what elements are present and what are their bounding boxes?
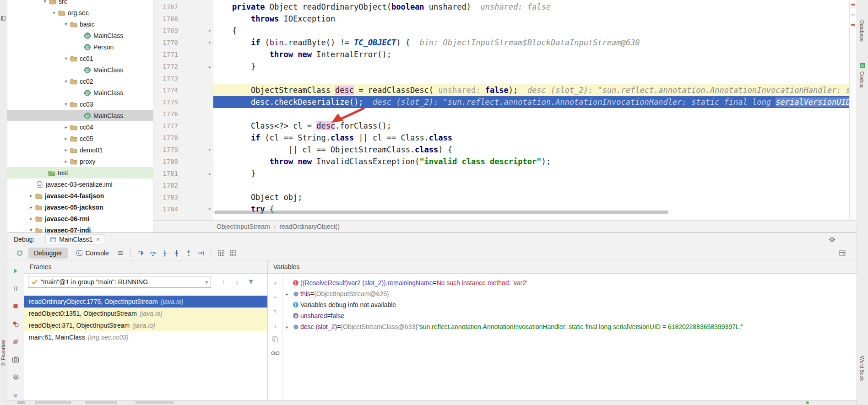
move-up-button[interactable]: ↑ <box>217 277 229 287</box>
view-breakpoints-button[interactable] <box>10 319 22 329</box>
step-over-button[interactable] <box>147 248 159 258</box>
code-line-1775[interactable]: desc.checkDeserialize(); desc (slot_2): … <box>213 96 849 108</box>
code-line-1773[interactable] <box>213 72 849 84</box>
chevron-down-icon[interactable]: ▾ <box>62 56 70 61</box>
tree-item-cc04[interactable]: ▸cc04 <box>7 121 153 133</box>
status-item[interactable] <box>17 401 25 404</box>
tree-item-demo01[interactable]: ▸demo01 <box>7 144 153 156</box>
tree-item-mainclass[interactable]: CMainClass <box>7 110 153 121</box>
close-icon[interactable]: × <box>96 236 100 243</box>
resume-button[interactable] <box>10 266 22 276</box>
chevron-right-icon[interactable]: ▸ <box>27 205 35 210</box>
dock-tab-favorites[interactable]: 2: Favorites <box>0 340 6 366</box>
force-step-into-button[interactable] <box>171 248 183 258</box>
code-line-1778[interactable]: if (cl == String.class || cl == Class.cl… <box>213 132 849 144</box>
chevron-right-icon[interactable]: ▸ <box>62 159 70 164</box>
mute-breakpoints-button[interactable] <box>10 337 22 347</box>
code-line-1780[interactable]: throw new InvalidClassException("invalid… <box>213 156 849 167</box>
variable-row[interactable]: Variables debug info not available <box>283 299 857 310</box>
variable-row[interactable]: ▸desc (slot_2) = {ObjectStreamClass@633}… <box>283 321 857 332</box>
code-line-1777[interactable]: Class<?> cl = desc.forClass(); <box>213 120 849 132</box>
code-line-1781[interactable]: } <box>213 167 849 179</box>
tree-item-cc02[interactable]: ▾cc02 <box>7 76 153 87</box>
debug-session-tab[interactable]: MainClass1 × <box>45 234 104 244</box>
tree-item-cc03[interactable]: ▾cc03 <box>7 98 153 110</box>
frame-row[interactable]: readObject0:1351, ObjectInputStream(java… <box>24 308 267 319</box>
tree-item-javasec-07-indi[interactable]: ▾javasec-07-indi <box>7 224 153 232</box>
code-line-1776[interactable] <box>213 108 849 120</box>
code-line-1770[interactable]: if (bin.readByte() != TC_OBJECT) { bin: … <box>213 37 849 49</box>
chevron-right-icon[interactable]: ▸ <box>27 216 35 221</box>
rerun-button[interactable] <box>14 248 26 258</box>
tree-item-cc01[interactable]: ▾cc01 <box>7 53 153 64</box>
tree-item-test[interactable]: test <box>7 167 153 178</box>
step-out-button[interactable] <box>183 248 195 258</box>
add-watch-button[interactable]: + <box>269 277 281 287</box>
tree-item-mainclass[interactable]: CMainClass <box>7 64 153 76</box>
chevron-right-icon[interactable]: ▸ <box>62 147 70 152</box>
tree-item-proxy[interactable]: ▸proxy <box>7 156 153 167</box>
tree-item-javasec-03-serialize-iml[interactable]: javasec-03-serialize.iml <box>7 178 153 190</box>
step-into-button[interactable] <box>159 248 171 258</box>
dock-tab-database[interactable]: Database <box>859 20 865 42</box>
fold-marker-icon[interactable]: ▴ <box>208 167 211 179</box>
fold-marker-icon[interactable]: ▾ <box>208 25 211 37</box>
tree-item-basic[interactable]: ▾basic <box>7 18 153 30</box>
tree-item-mainclass[interactable]: CMainClass <box>7 87 153 98</box>
code-line-1772[interactable]: } <box>213 60 849 72</box>
run-to-cursor-button[interactable] <box>195 248 206 258</box>
move-down-button[interactable]: ↓ <box>269 320 281 330</box>
chevron-down-icon[interactable]: ▾ <box>41 0 49 4</box>
more-button[interactable]: » <box>10 390 22 400</box>
chevron-right-icon[interactable]: ▸ <box>27 193 35 198</box>
breadcrumb-item[interactable]: readOrdinaryObject() <box>279 223 340 230</box>
restore-layout-button[interactable] <box>836 248 857 258</box>
code-line-1767[interactable]: private Object readOrdinaryObject(boolea… <box>213 1 849 13</box>
error-stripe[interactable] <box>849 0 857 220</box>
tree-item-person[interactable]: CPerson <box>7 41 153 53</box>
chevron-right-icon[interactable]: ▸ <box>283 292 291 297</box>
tree-item-javasec-06-rmi[interactable]: ▸javasec-06-rmi <box>7 213 153 224</box>
hide-panel-icon[interactable]: — <box>843 236 849 243</box>
chevron-right-icon[interactable]: ▸ <box>62 136 70 141</box>
stop-button[interactable] <box>10 302 22 312</box>
dock-tab-word-book[interactable]: Word Book <box>859 356 865 381</box>
dock-tab-codota[interactable]: Codota <box>859 71 865 87</box>
frame-row[interactable]: readOrdinaryObject:1775, ObjectInputStre… <box>24 296 267 308</box>
variable-row[interactable]: ((ResolveResult)var2 (slot_2)).remaining… <box>283 277 857 288</box>
code-line-1768[interactable]: throws IOException <box>213 13 849 25</box>
pause-button[interactable] <box>10 284 22 294</box>
tree-item-javasec-04-fastjson[interactable]: ▸javasec-04-fastjson <box>7 190 153 201</box>
frame-row[interactable]: main:61, MainClass(org.sec.cc03) <box>24 331 267 343</box>
error-stripe-mark[interactable] <box>851 4 855 5</box>
tab-console[interactable]: Console <box>71 248 114 259</box>
thread-dropdown[interactable]: "main"@1 in group "main": RUNNING ▾ <box>28 276 211 288</box>
fold-marker-icon[interactable]: ▾ <box>208 37 211 49</box>
fold-marker-icon[interactable]: ▴ <box>208 60 211 72</box>
evaluate-expression-button[interactable] <box>215 248 227 258</box>
filter-button[interactable] <box>245 277 257 287</box>
chevron-down-icon[interactable]: ▾ <box>203 276 208 287</box>
stripe-mark[interactable] <box>851 14 855 16</box>
horizontal-scrollbar[interactable] <box>214 211 668 214</box>
fold-marker-icon[interactable]: ▾ <box>208 203 211 215</box>
move-down-button[interactable]: ↓ <box>231 277 243 287</box>
error-stripe-mark[interactable] <box>851 24 855 26</box>
chevron-down-icon[interactable]: ▾ <box>62 22 70 27</box>
frame-row[interactable]: readObject:371, ObjectInputStream(java.i… <box>24 319 267 331</box>
settings-gear-icon[interactable] <box>829 236 835 243</box>
code-line-1783[interactable]: Object obj; <box>213 191 849 203</box>
layout-grid-button[interactable] <box>227 248 239 258</box>
code-line-1774[interactable]: ObjectStreamClass desc = readClassDesc( … <box>213 84 849 96</box>
remove-watch-button[interactable]: − <box>269 292 281 302</box>
tree-item-org-sec[interactable]: ▾org.sec <box>7 7 153 18</box>
show-watches-button[interactable] <box>269 348 281 358</box>
chevron-down-icon[interactable]: ▾ <box>62 79 70 84</box>
duplicate-button[interactable] <box>269 334 281 344</box>
move-up-button[interactable]: ↑ <box>269 306 281 316</box>
tab-debugger[interactable]: Debugger <box>28 248 68 259</box>
tree-item-mainclass[interactable]: CMainClass <box>7 30 153 41</box>
codota-icon[interactable]: C <box>859 62 866 69</box>
show-execution-point-button[interactable] <box>135 248 147 258</box>
chevron-down-icon[interactable]: ▾ <box>62 102 70 107</box>
